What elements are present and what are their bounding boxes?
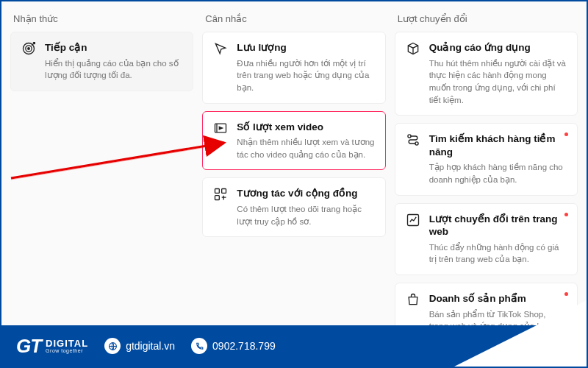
- chart-up-icon: [406, 213, 420, 227]
- bag-icon: [406, 292, 420, 307]
- globe-icon: [104, 338, 121, 354]
- card-desc: Đưa nhiều người hơn tới một vị trí trên …: [237, 57, 374, 94]
- card-title: Tiếp cận: [45, 41, 182, 54]
- card-body: Quảng cáo ứng dụng Thu hút thêm nhiều ng…: [429, 41, 567, 106]
- brand-name: DIGITAL: [46, 339, 88, 348]
- card-traffic[interactable]: Lưu lượng Đưa nhiều người hơn tới một vị…: [202, 32, 385, 104]
- card-video-views[interactable]: Số lượt xem video Nhận thêm nhiều lượt x…: [202, 111, 385, 171]
- card-title: Lưu lượng: [237, 41, 374, 54]
- card-desc: Tập hợp khách hàng tiềm năng cho doanh n…: [429, 161, 567, 185]
- column-conversion: Lượt chuyển đổi Quảng cáo ứng dụng Thu h…: [395, 13, 578, 314]
- card-desc: Thu hút thêm nhiều người cài đặt và thực…: [429, 57, 567, 107]
- card-reach[interactable]: Tiếp cận Hiển thị quảng cáo của bạn cho …: [10, 32, 193, 91]
- column-header-awareness: Nhận thức: [10, 13, 193, 24]
- svg-rect-5: [222, 189, 226, 194]
- card-body: Lưu lượng Đưa nhiều người hơn tới một vị…: [237, 41, 374, 94]
- card-web-conversion[interactable]: Lượt chuyển đổi trên trang web Thúc đẩy …: [395, 203, 578, 275]
- phone-icon: [191, 338, 207, 354]
- card-desc: Hiển thị quảng cáo của bạn cho số lượng …: [45, 57, 182, 82]
- card-title: Quảng cáo ứng dụng: [429, 41, 567, 54]
- svg-rect-6: [215, 196, 220, 200]
- card-body: Tương tác với cộng đồng Có thêm lượt the…: [237, 187, 374, 227]
- brand-tagline: Grow together: [46, 348, 88, 353]
- card-title: Tương tác với cộng đồng: [237, 187, 374, 200]
- footer-logo: GT DIGITAL Grow together: [16, 335, 88, 358]
- new-badge-icon: [564, 292, 568, 296]
- card-community[interactable]: Tương tác với cộng đồng Có thêm lượt the…: [202, 177, 385, 237]
- card-body: Số lượt xem video Nhận thêm nhiều lượt x…: [237, 121, 374, 161]
- new-badge-icon: [564, 132, 568, 136]
- svg-point-7: [408, 135, 411, 138]
- card-title: Số lượt xem video: [237, 121, 374, 134]
- card-desc: Có thêm lượt theo dõi trang hoặc lượt tr…: [237, 203, 374, 227]
- column-consideration: Cân nhắc Lưu lượng Đưa nhiều người hơn t…: [202, 13, 385, 314]
- community-icon: [213, 187, 228, 202]
- column-header-conversion: Lượt chuyển đổi: [395, 13, 578, 24]
- svg-rect-4: [215, 189, 220, 194]
- logo-mark-icon: GT: [16, 335, 41, 358]
- card-desc: Thúc đẩy những hành động có giá trị trên…: [429, 241, 567, 266]
- target-icon: [21, 41, 36, 56]
- new-badge-icon: [564, 213, 568, 216]
- cube-icon: [406, 41, 420, 56]
- card-title: Tìm kiếm khách hàng tiềm năng: [429, 132, 567, 158]
- card-desc: Nhận thêm nhiều lượt xem và tương tác ch…: [237, 136, 374, 160]
- footer-triangle-decor: [454, 300, 587, 367]
- cursor-icon: [213, 41, 228, 56]
- column-header-consideration: Cân nhắc: [202, 13, 385, 24]
- website-text: gtdigital.vn: [126, 340, 175, 352]
- footer-phone[interactable]: 0902.718.799: [191, 338, 276, 354]
- card-body: Tìm kiếm khách hàng tiềm năng Tập hợp kh…: [429, 132, 567, 185]
- route-icon: [406, 132, 420, 147]
- svg-point-2: [28, 48, 30, 50]
- card-lead-gen[interactable]: Tìm kiếm khách hàng tiềm năng Tập hợp kh…: [395, 123, 578, 195]
- phone-text: 0902.718.799: [212, 340, 276, 352]
- svg-point-8: [415, 142, 418, 145]
- card-title: Lượt chuyển đổi trên trang web: [429, 213, 567, 238]
- column-awareness: Nhận thức Tiếp cận Hiển thị quảng cáo củ…: [10, 13, 193, 314]
- card-app-promo[interactable]: Quảng cáo ứng dụng Thu hút thêm nhiều ng…: [395, 32, 578, 116]
- card-body: Tiếp cận Hiển thị quảng cáo của bạn cho …: [45, 41, 182, 82]
- card-body: Lượt chuyển đổi trên trang web Thúc đẩy …: [429, 213, 567, 266]
- objectives-grid: Nhận thức Tiếp cận Hiển thị quảng cáo củ…: [1, 1, 587, 325]
- video-icon: [213, 121, 228, 135]
- footer-website[interactable]: gtdigital.vn: [104, 338, 175, 354]
